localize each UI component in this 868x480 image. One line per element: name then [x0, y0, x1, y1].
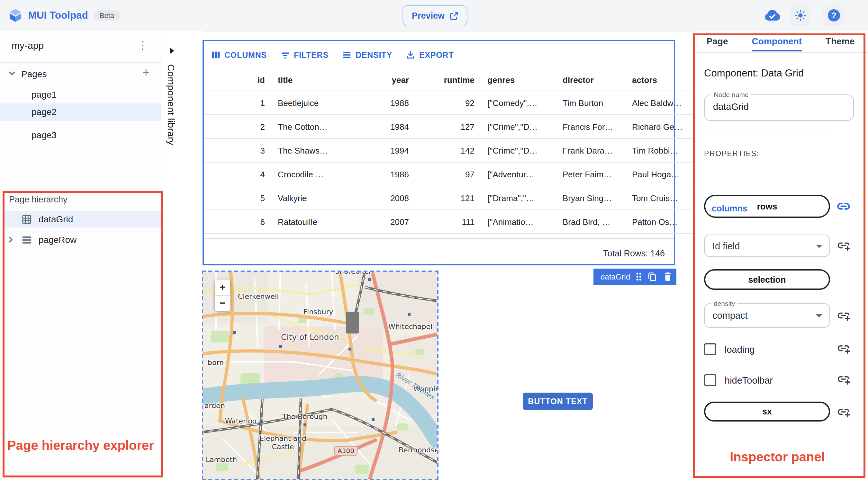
cell-id: 5: [204, 186, 271, 210]
cell-title: Valkyrie: [271, 186, 347, 210]
rows-binding-link-icon[interactable]: [837, 199, 850, 213]
filters-button[interactable]: FILTERS: [280, 50, 329, 60]
sidebar-item-page2[interactable]: page2: [0, 103, 161, 121]
node-name-input[interactable]: [713, 101, 842, 112]
loading-checkbox-row: loading: [704, 343, 755, 355]
map-label: Bermondsey: [399, 446, 438, 454]
sidebar-item-page3[interactable]: page3: [0, 127, 161, 144]
map-label: Finsbury: [304, 308, 333, 316]
map-component[interactable]: Shoreditch Clerkenwell Finsbury Whitecha…: [202, 270, 438, 480]
column-header-id[interactable]: id: [204, 69, 271, 91]
loading-binding-link-icon[interactable]: [837, 341, 850, 355]
theme-toggle-button[interactable]: [789, 4, 811, 26]
zoom-out-button[interactable]: −: [215, 296, 230, 311]
open-in-new-icon: [449, 11, 458, 20]
datagrid-component[interactable]: COLUMNS FILTERS DENSITY EXPORT id title …: [203, 40, 675, 265]
cell-genres: ["Animatio…: [481, 210, 556, 233]
cell-year: 1988: [347, 91, 415, 115]
cell-director: Bryan Sing…: [556, 186, 626, 210]
id-field-select[interactable]: Id field: [704, 234, 830, 257]
columns-button[interactable]: COLUMNS: [211, 50, 267, 60]
density-binding-link-icon[interactable]: [837, 309, 850, 323]
add-page-button[interactable]: +: [139, 66, 153, 80]
road-badge: A100: [334, 446, 358, 456]
sidebar-item-page1[interactable]: page1: [0, 86, 161, 103]
cell-title: Beetlejuice: [271, 91, 347, 115]
cell-year: 2007: [347, 210, 415, 233]
table-row[interactable]: 4 Crocodile … 1986 97 ["Adventur… Peter …: [204, 162, 723, 186]
cell-year: 1994: [347, 138, 415, 162]
cell-director: Brad Bird, …: [556, 210, 626, 233]
cell-genres: ["Adventur…: [481, 162, 556, 186]
cell-runtime: 97: [415, 162, 481, 186]
table-row[interactable]: 5 Valkyrie 2008 121 ["Drama","… Bryan Si…: [204, 186, 723, 210]
cell-director: Peter Faim…: [556, 162, 626, 186]
hidetoolbar-checkbox-row: hideToolbar: [704, 374, 773, 386]
density-select[interactable]: density compact: [704, 303, 830, 328]
cell-director: Frank Dara…: [556, 138, 626, 162]
column-header-actors[interactable]: actors: [626, 69, 699, 91]
density-button[interactable]: DENSITY: [342, 50, 392, 60]
export-button[interactable]: EXPORT: [406, 50, 454, 60]
chevron-down-icon: [816, 245, 823, 248]
hidetoolbar-checkbox[interactable]: [704, 374, 716, 386]
export-icon: [406, 50, 415, 60]
map-label: Clerkenwell: [238, 292, 279, 301]
cell-year: 1986: [347, 162, 415, 186]
map-canvas[interactable]: Shoreditch Clerkenwell Finsbury Whitecha…: [203, 272, 438, 480]
tab-page[interactable]: Page: [707, 36, 728, 50]
filter-icon: [280, 50, 290, 60]
inspector-divider: [704, 136, 831, 136]
column-header-year[interactable]: year: [347, 69, 415, 91]
table-row[interactable]: 3 The Shaws… 1994 142 ["Crime","D… Frank…: [204, 138, 723, 162]
datagrid-footer: Total Rows: 146: [204, 239, 674, 268]
delete-icon[interactable]: [663, 272, 672, 282]
duplicate-icon[interactable]: [648, 272, 656, 282]
map-label: The Borough: [282, 413, 327, 421]
chevron-right-icon[interactable]: [7, 236, 15, 244]
cell-runtime: 121: [415, 186, 481, 210]
hierarchy-item-pagerow[interactable]: pageRow: [3, 231, 161, 248]
table-row[interactable]: 1 Beetlejuice 1988 92 ["Comedy",… Tim Bu…: [204, 91, 723, 115]
canvas-button-component[interactable]: BUTTON TEXT: [523, 393, 593, 410]
loading-checkbox[interactable]: [704, 343, 716, 355]
export-button-label: EXPORT: [419, 51, 454, 59]
hidetoolbar-binding-link-icon[interactable]: [837, 372, 850, 386]
table-row[interactable]: 2 The Cotton… 1984 127 ["Crime","D… Fran…: [204, 115, 723, 138]
tab-component[interactable]: Component: [752, 36, 802, 52]
column-header-genres[interactable]: genres: [481, 69, 556, 91]
map-label: born: [208, 358, 224, 367]
column-header-title[interactable]: title: [271, 69, 347, 91]
table-row[interactable]: 6 Ratatouille 2007 111 ["Animatio… Brad …: [204, 210, 723, 233]
sx-property-button[interactable]: sx: [704, 402, 830, 421]
hierarchy-item-label: pageRow: [38, 234, 76, 245]
cloud-sync-icon[interactable]: [764, 9, 780, 22]
drag-handle-icon[interactable]: [634, 272, 643, 282]
datagrid-table: id title year runtime genres director ac…: [204, 69, 723, 234]
columns-property-link[interactable]: columns: [712, 204, 747, 213]
tab-theme[interactable]: Theme: [826, 36, 855, 50]
selection-property-button[interactable]: selection: [704, 269, 830, 290]
map-label: arden: [205, 402, 225, 410]
id-field-binding-link-icon[interactable]: [837, 238, 850, 253]
project-menu-button[interactable]: ⋮: [135, 37, 151, 54]
node-name-field[interactable]: Node name: [704, 94, 854, 121]
sx-binding-link-icon[interactable]: [837, 405, 850, 419]
cell-year: 1984: [347, 115, 415, 138]
hierarchy-item-datagrid[interactable]: dataGrid: [3, 211, 161, 227]
horizontal-scrollbar[interactable]: [204, 234, 674, 239]
help-button[interactable]: ?: [823, 4, 845, 26]
expand-arrow-icon[interactable]: [170, 47, 174, 54]
cell-title: Ratatouille: [271, 210, 347, 233]
cell-actors: Tim Robbi…: [626, 138, 699, 162]
pages-collapse-chevron-icon[interactable]: [8, 69, 16, 78]
cell-title: The Cotton…: [271, 115, 347, 138]
page-item-label: page2: [0, 103, 161, 121]
preview-button[interactable]: Preview: [403, 5, 467, 26]
column-header-director[interactable]: director: [556, 69, 626, 91]
selected-node-label: dataGrid: [600, 272, 630, 281]
map-label: Waterloo: [225, 417, 256, 425]
column-header-runtime[interactable]: runtime: [415, 69, 481, 91]
zoom-in-button[interactable]: +: [215, 280, 230, 296]
component-library-label: Component library: [166, 64, 177, 145]
